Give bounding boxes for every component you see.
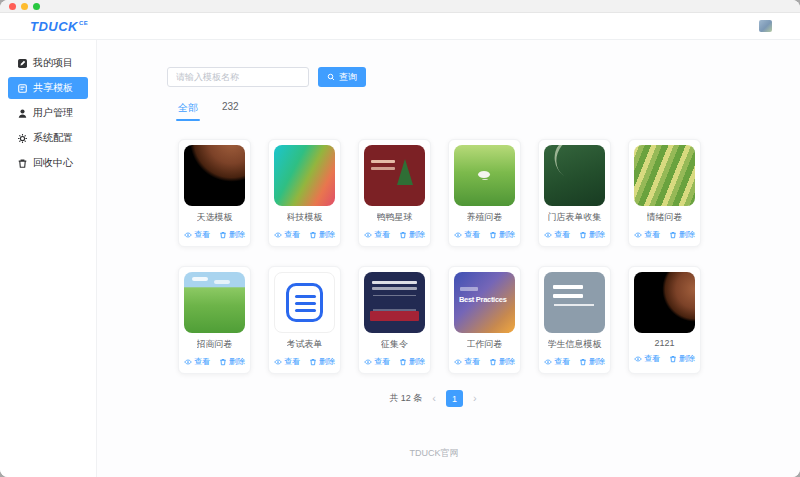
template-thumbnail[interactable]	[634, 145, 695, 206]
trash-icon	[669, 231, 677, 239]
eye-icon	[184, 358, 192, 366]
logo-edition-badge: CE	[79, 20, 88, 26]
eye-icon	[634, 355, 642, 363]
tab-232[interactable]: 232	[222, 101, 239, 121]
eye-icon	[544, 358, 552, 366]
view-button[interactable]: 查看	[544, 229, 570, 240]
delete-button[interactable]: 删除	[669, 229, 695, 240]
user-icon	[17, 108, 28, 119]
delete-button[interactable]: 删除	[579, 356, 605, 367]
view-button[interactable]: 查看	[454, 356, 480, 367]
eye-icon	[274, 231, 282, 239]
app-window: TDUCKCE 我的项目 共享模板 用户管理 系统配置	[0, 0, 800, 477]
view-button[interactable]: 查看	[184, 229, 210, 240]
gear-icon	[17, 133, 28, 144]
zoom-window-button[interactable]	[33, 3, 40, 10]
template-thumbnail[interactable]	[364, 145, 425, 206]
template-thumbnail[interactable]: Best Practices	[454, 272, 515, 333]
sidebar-item-user-management[interactable]: 用户管理	[8, 102, 88, 124]
user-avatar[interactable]	[759, 20, 772, 32]
delete-button[interactable]: 删除	[669, 353, 695, 364]
view-button[interactable]: 查看	[364, 229, 390, 240]
template-title: 天选模板	[197, 211, 233, 224]
delete-button[interactable]: 删除	[219, 229, 245, 240]
next-page-icon[interactable]: ›	[471, 393, 479, 404]
sidebar-item-label: 共享模板	[33, 81, 73, 95]
edit-icon	[17, 58, 28, 69]
page-number-button[interactable]: 1	[446, 390, 463, 407]
eye-icon	[184, 231, 192, 239]
template-title: 工作问卷	[467, 338, 503, 351]
card-actions: 查看 删除	[634, 229, 695, 240]
template-thumbnail[interactable]	[634, 272, 695, 333]
view-button[interactable]: 查看	[274, 356, 300, 367]
sidebar-item-my-projects[interactable]: 我的项目	[8, 52, 88, 74]
view-button[interactable]: 查看	[364, 356, 390, 367]
template-thumbnail[interactable]	[544, 145, 605, 206]
card-actions: 查看 删除	[544, 229, 605, 240]
delete-button[interactable]: 删除	[219, 356, 245, 367]
search-button[interactable]: 查询	[318, 67, 366, 87]
trash-icon	[669, 355, 677, 363]
view-button[interactable]: 查看	[454, 229, 480, 240]
template-thumbnail[interactable]	[184, 145, 245, 206]
footer-link[interactable]: TDUCK官网	[167, 447, 701, 477]
app-logo: TDUCKCE	[30, 19, 88, 34]
template-title: 门店表单收集	[548, 211, 602, 224]
template-card: 养殖问卷 查看 删除	[448, 139, 521, 247]
trash-icon	[399, 231, 407, 239]
view-button[interactable]: 查看	[634, 229, 660, 240]
template-card: Best Practices 工作问卷 查看 删除	[448, 266, 521, 374]
sidebar: 我的项目 共享模板 用户管理 系统配置 回收中心	[0, 40, 97, 477]
trash-icon	[309, 358, 317, 366]
trash-icon	[219, 231, 227, 239]
delete-button[interactable]: 删除	[489, 229, 515, 240]
sidebar-item-label: 我的项目	[33, 56, 73, 70]
delete-button[interactable]: 删除	[399, 356, 425, 367]
template-title: 招商问卷	[197, 338, 233, 351]
pagination: 共 12 条 ‹ 1 ›	[167, 390, 701, 407]
template-icon	[17, 83, 28, 94]
view-button[interactable]: 查看	[634, 353, 660, 364]
trash-icon	[489, 231, 497, 239]
card-actions: 查看 删除	[274, 356, 335, 367]
sidebar-item-recycle-center[interactable]: 回收中心	[8, 152, 88, 174]
delete-button[interactable]: 删除	[489, 356, 515, 367]
template-card: 学生信息模板 查看 删除	[538, 266, 611, 374]
template-title: 情绪问卷	[647, 211, 683, 224]
delete-button[interactable]: 删除	[579, 229, 605, 240]
sidebar-item-system-config[interactable]: 系统配置	[8, 127, 88, 149]
card-actions: 查看 删除	[454, 229, 515, 240]
view-button[interactable]: 查看	[184, 356, 210, 367]
delete-button[interactable]: 删除	[309, 356, 335, 367]
template-title: 2121	[654, 338, 674, 348]
view-button[interactable]: 查看	[544, 356, 570, 367]
eye-icon	[544, 231, 552, 239]
close-window-button[interactable]	[9, 3, 16, 10]
template-thumbnail[interactable]	[274, 272, 335, 333]
search-input[interactable]	[167, 67, 309, 87]
prev-page-icon[interactable]: ‹	[430, 393, 438, 404]
delete-button[interactable]: 删除	[309, 229, 335, 240]
thumbnail-caption: Best Practices	[459, 295, 507, 304]
card-actions: 查看 删除	[544, 356, 605, 367]
template-title: 鸭鸭星球	[377, 211, 413, 224]
eye-icon	[454, 231, 462, 239]
template-grid: 天选模板 查看 删除 科技模板 查看 删除 鸭鸭	[178, 139, 800, 374]
template-thumbnail[interactable]	[454, 145, 515, 206]
template-title: 科技模板	[287, 211, 323, 224]
template-card: 考试表单 查看 删除	[268, 266, 341, 374]
template-thumbnail[interactable]	[364, 272, 425, 333]
pagination-total: 共 12 条	[389, 392, 422, 405]
template-thumbnail[interactable]	[274, 145, 335, 206]
tab-all[interactable]: 全部	[178, 101, 198, 121]
view-button[interactable]: 查看	[274, 229, 300, 240]
template-card: 天选模板 查看 删除	[178, 139, 251, 247]
template-card: 招商问卷 查看 删除	[178, 266, 251, 374]
template-thumbnail[interactable]	[544, 272, 605, 333]
sidebar-item-shared-templates[interactable]: 共享模板	[8, 77, 88, 99]
template-card: 鸭鸭星球 查看 删除	[358, 139, 431, 247]
delete-button[interactable]: 删除	[399, 229, 425, 240]
template-thumbnail[interactable]	[184, 272, 245, 333]
minimize-window-button[interactable]	[21, 3, 28, 10]
